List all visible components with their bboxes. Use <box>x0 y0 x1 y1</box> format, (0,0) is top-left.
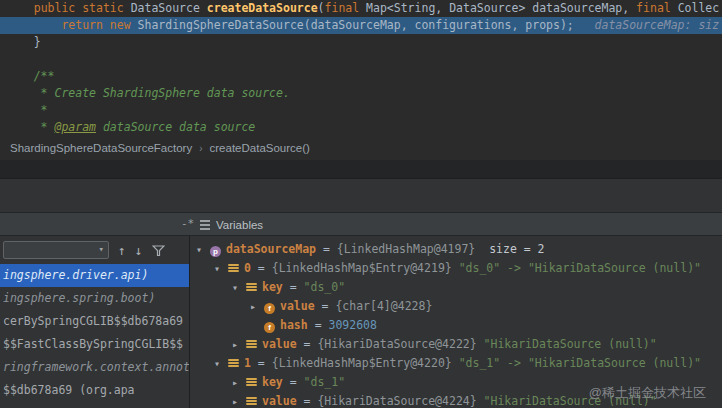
variable-row[interactable]: ▸fvalue = {char[4]@4228} <box>190 297 722 316</box>
variable-row[interactable]: ▾0 = {LinkedHashMap$Entry@4219} "ds_0" -… <box>190 259 722 278</box>
tree-collapse-icon[interactable]: ▾ <box>214 354 228 373</box>
code-line: * <box>0 102 722 119</box>
frame-row[interactable]: ingsphere.spring.boot) <box>0 287 189 310</box>
field-icon: f <box>264 303 275 314</box>
variable-name: hash <box>280 318 308 332</box>
code-editor[interactable]: public static DataSource createDataSourc… <box>0 0 722 136</box>
frame-row[interactable]: ringframework.context.annot <box>0 356 189 379</box>
variable-ref: {char[4]@4228} <box>335 299 432 313</box>
breadcrumb-item[interactable]: ShardingSphereDataSourceFactory <box>10 142 192 154</box>
variable-name: 1 <box>244 356 251 370</box>
debug-panels: ▾ ↑ ↓ ingsphere.driver.api)ingsphere.spr… <box>0 236 722 408</box>
variable-ref: {HikariDataSource@4222} <box>317 337 476 351</box>
frame-row[interactable]: cerBySpringCGLIB$$db678a69 <box>0 310 189 333</box>
variable-num: 3092608 <box>328 318 376 332</box>
code-line: public static DataSource createDataSourc… <box>0 0 722 17</box>
variable-eq: = <box>297 394 318 408</box>
variable-ref: {LinkedHashMap$Entry@4219} <box>272 261 452 275</box>
code-line <box>0 51 722 68</box>
tree-collapse-icon[interactable]: ▾ <box>214 259 228 278</box>
variable-str: "ds_0" <box>304 280 346 294</box>
variable-eq: = <box>308 318 329 332</box>
value-icon <box>228 263 239 273</box>
variable-name: key <box>262 375 283 389</box>
breadcrumb: ShardingSphereDataSourceFactory›createDa… <box>0 136 722 160</box>
variable-eq: = <box>315 299 336 313</box>
variable-eq: = <box>251 261 272 275</box>
breadcrumb-item[interactable]: createDataSource() <box>210 142 310 154</box>
frame-up-icon[interactable]: ↑ <box>118 244 126 257</box>
variable-name: 0 <box>244 261 251 275</box>
variable-row[interactable]: ▾1 = {LinkedHashMap$Entry@4220} "ds_1" -… <box>190 354 722 373</box>
variable-eq: = <box>283 375 304 389</box>
variable-plainval: size = 2 <box>475 242 544 256</box>
breadcrumb-separator: › <box>199 143 202 154</box>
frames-toolbar: ▾ ↑ ↓ <box>0 236 189 264</box>
frame-row[interactable]: $$db678a69 (org.apa <box>0 379 189 402</box>
code-line: * @param dataSource data source <box>0 119 722 136</box>
variable-str: "ds_1" <box>304 375 346 389</box>
variable-row[interactable]: ▾pdataSourceMap = {LinkedHashMap@4197} s… <box>190 240 722 259</box>
frame-row[interactable]: ingsphere.driver.api) <box>0 264 189 287</box>
value-icon <box>246 396 257 406</box>
variable-eq: = <box>283 280 304 294</box>
debug-toolbar-area <box>0 178 722 212</box>
panel-resize-glyph[interactable]: -* <box>181 217 194 230</box>
field-icon: f <box>264 322 275 333</box>
variable-name: key <box>262 280 283 294</box>
tree-collapse-icon[interactable]: ▾ <box>196 240 210 259</box>
variable-ref: {LinkedHashMap$Entry@4220} <box>272 356 452 370</box>
thread-selector-dropdown[interactable]: ▾ <box>3 241 109 259</box>
value-icon <box>246 282 257 292</box>
tab-variables-label: Variables <box>216 219 263 231</box>
tree-collapse-icon[interactable]: ▾ <box>232 278 246 297</box>
variable-eq: = <box>316 242 337 256</box>
variable-row[interactable]: ▾key = "ds_0" <box>190 278 722 297</box>
tree-expand-icon[interactable]: ▸ <box>232 373 246 392</box>
variable-ref: {LinkedHashMap@4197} <box>337 242 475 256</box>
value-icon <box>246 339 257 349</box>
variable-ref: {HikariDataSource@4224} <box>317 394 476 408</box>
variable-eq: = <box>297 337 318 351</box>
frame-down-icon[interactable]: ↓ <box>135 244 143 257</box>
variable-str: "HikariDataSource (null)" <box>477 337 657 351</box>
tab-variables[interactable]: Variables <box>200 213 263 236</box>
chevron-down-icon: ▾ <box>99 244 104 254</box>
variable-row[interactable]: fhash = 3092608 <box>190 316 722 335</box>
variable-row[interactable]: ▸value = {HikariDataSource@4222} "Hikari… <box>190 335 722 354</box>
frames-list: ingsphere.driver.api)ingsphere.spring.bo… <box>0 264 189 402</box>
editor-debugger-splitter[interactable] <box>0 160 722 178</box>
variables-panel: ▾pdataSourceMap = {LinkedHashMap@4197} s… <box>190 236 722 408</box>
variable-str: "ds_0" -> "HikariDataSource (null)" <box>452 261 701 275</box>
frame-row[interactable]: $$FastClassBySpringCGLIB$$ <box>0 333 189 356</box>
variable-name: dataSourceMap <box>226 242 316 256</box>
parameter-icon: p <box>210 246 221 257</box>
variable-name: value <box>280 299 315 313</box>
variables-tab-icon <box>200 220 210 230</box>
debug-tabbar: -* Variables <box>0 212 722 236</box>
execution-line: return new ShardingSphereDataSource(data… <box>0 17 722 34</box>
frames-panel: ▾ ↑ ↓ ingsphere.driver.api)ingsphere.spr… <box>0 236 190 408</box>
code-line: * Create ShardingSphere data source. <box>0 85 722 102</box>
tree-expand-icon[interactable]: ▸ <box>232 392 246 408</box>
code-line: } <box>0 34 722 51</box>
value-icon <box>228 358 239 368</box>
tree-expand-icon[interactable]: ▸ <box>232 335 246 354</box>
watermark: @稀土掘金技术社区 <box>589 384 706 402</box>
tree-expand-icon[interactable]: ▸ <box>250 297 264 316</box>
ide-debugger-window: public static DataSource createDataSourc… <box>0 0 722 408</box>
variable-name: value <box>262 394 297 408</box>
filter-frames-icon[interactable] <box>152 245 165 257</box>
code-line: /** <box>0 68 722 85</box>
variable-eq: = <box>251 356 272 370</box>
variable-str: "ds_1" -> "HikariDataSource (null)" <box>452 356 701 370</box>
variable-name: value <box>262 337 297 351</box>
value-icon <box>246 377 257 387</box>
